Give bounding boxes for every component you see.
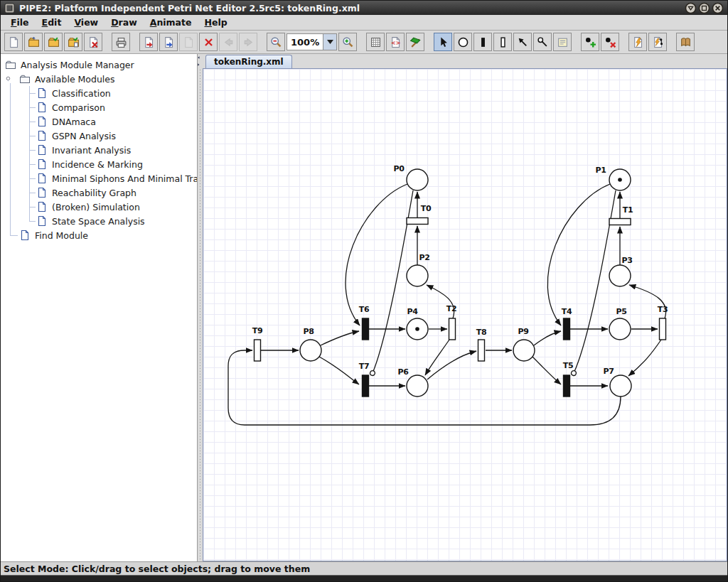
toolbar-button-import-file[interactable] <box>64 33 82 51</box>
toolbar-button-help[interactable] <box>676 33 695 51</box>
tree-module-broken-simulation[interactable]: (Broken) Simulation <box>1 200 197 214</box>
print-icon <box>115 36 127 48</box>
toolbar-button-add-token[interactable] <box>581 33 599 51</box>
timed-transition-icon <box>497 36 509 48</box>
toolbar-button-export-xml[interactable]: <> <box>386 33 405 51</box>
transition-T6[interactable] <box>363 318 369 340</box>
toolbar-button-drag-flag[interactable] <box>406 33 424 51</box>
place-P9[interactable] <box>513 340 535 361</box>
tree-find-module[interactable]: Find Module <box>1 228 197 242</box>
zoom-level-combo[interactable]: 100% <box>287 33 337 50</box>
toolbar-button-export-ps[interactable] <box>159 33 178 51</box>
label-P5: P5 <box>616 307 626 316</box>
folder-icon <box>5 59 16 70</box>
zoom-level-value[interactable]: 100% <box>287 33 323 50</box>
maximize-button[interactable] <box>698 2 710 14</box>
place-P0[interactable] <box>407 169 428 190</box>
tree-root[interactable]: Analysis Module Manager <box>1 58 197 72</box>
close-button[interactable] <box>712 2 724 14</box>
tree-module-label: Minimal Siphons And Minimal Traps <box>52 173 198 184</box>
toolbar-button-delete-token[interactable] <box>601 33 619 51</box>
place-P6[interactable] <box>407 375 428 397</box>
transition-T1[interactable] <box>609 219 631 225</box>
toolbar-button-zoom-out[interactable] <box>267 33 285 51</box>
collapse-right-icon[interactable] <box>198 63 203 69</box>
tree-module-classification[interactable]: Classification <box>1 86 197 100</box>
toolbar-button-close-file[interactable] <box>84 33 102 51</box>
menu-edit[interactable]: Edit <box>36 16 68 30</box>
place-P3[interactable] <box>609 265 631 286</box>
menu-help[interactable]: Help <box>198 16 234 30</box>
toolbar-button-delete[interactable] <box>199 33 218 51</box>
place-P2[interactable] <box>407 265 428 286</box>
canvas-panel: tokenRing.xml P0P1P2P3P4P5P6P7P8 <box>203 54 727 561</box>
menu-view[interactable]: View <box>68 16 105 30</box>
tab-label: tokenRing.xml <box>214 57 284 67</box>
tree-module-comparison[interactable]: Comparison <box>1 100 197 114</box>
transition-T5[interactable] <box>564 375 570 397</box>
toolbar-button-new-file[interactable] <box>4 33 23 51</box>
tree-module-incidence-marking[interactable]: Incidence & Marking <box>1 157 197 171</box>
arc-P9-T4[interactable] <box>534 331 561 345</box>
toolbar-button-print[interactable] <box>112 33 130 51</box>
place-P8[interactable] <box>300 340 321 361</box>
arc-P8-T6[interactable] <box>321 331 359 345</box>
export-tn-icon <box>183 36 195 48</box>
transition-T2[interactable] <box>449 318 456 340</box>
place-P5[interactable] <box>609 318 631 340</box>
arc-P0-T6[interactable] <box>346 184 407 325</box>
petri-net-canvas[interactable]: P0P1P2P3P4P5P6P7P8P9T0T1T2T3T4T5T6T7T8T9 <box>203 68 727 561</box>
collapse-left-icon[interactable] <box>198 55 203 62</box>
arc-P9-T5[interactable] <box>532 357 561 384</box>
toolbar-button-toggle-grid[interactable] <box>366 33 385 51</box>
arc-T2-P6[interactable] <box>425 340 449 375</box>
toolbar-button-arc[interactable] <box>513 33 532 51</box>
tree-module-gspn-analysis[interactable]: GSPN Analysis <box>1 129 197 143</box>
toolbar-button-immediate-transition[interactable] <box>473 33 492 51</box>
tree-module-label: GSPN Analysis <box>52 131 116 141</box>
zoom-dropdown-arrow-icon[interactable] <box>323 33 337 50</box>
menu-draw[interactable]: Draw <box>105 16 144 30</box>
tree-available-modules[interactable]: Available Modules <box>1 72 197 86</box>
toolbar-button-annotation[interactable] <box>553 33 572 51</box>
arc-P8-T7[interactable] <box>319 357 359 384</box>
zoom-in-icon <box>342 36 354 48</box>
menu-file[interactable]: File <box>4 16 36 30</box>
transition-T3[interactable] <box>660 318 666 340</box>
tree-module-minimal-siphons-and-minimal-traps[interactable]: Minimal Siphons And Minimal Traps <box>1 171 197 185</box>
transition-T0[interactable] <box>407 218 428 225</box>
arc-P1-T5-inhibitor[interactable] <box>574 190 616 373</box>
arc-P1-T4[interactable] <box>547 184 610 325</box>
label-P3: P3 <box>621 256 632 265</box>
tab-tokenring[interactable]: tokenRing.xml <box>205 55 292 68</box>
toolbar-button-select[interactable] <box>434 33 452 51</box>
toolbar-button-zoom-in[interactable] <box>338 33 357 51</box>
place-P7[interactable] <box>610 375 631 397</box>
toolbar-button-animation-mode[interactable] <box>628 33 647 51</box>
arc-T3-P7[interactable] <box>628 340 661 376</box>
toolbar-button-open-file[interactable] <box>24 33 43 51</box>
toolbar-button-open-example[interactable] <box>44 33 63 51</box>
transition-T8[interactable] <box>478 340 485 361</box>
toolbar-button-place[interactable] <box>454 33 472 51</box>
minimize-button[interactable] <box>685 2 697 14</box>
toolbar-button-animation-history[interactable] <box>648 33 667 51</box>
tree-root-label: Analysis Module Manager <box>21 60 134 70</box>
arc-P6-T8[interactable] <box>427 351 476 379</box>
expand-handle-icon[interactable] <box>6 75 14 86</box>
delete-icon <box>203 36 215 48</box>
place-icon <box>457 36 469 48</box>
toolbar-button-timed-transition[interactable] <box>493 33 512 51</box>
tree-module-invariant-analysis[interactable]: Invariant Analysis <box>1 143 197 157</box>
label-T4: T4 <box>562 307 572 316</box>
transition-T4[interactable] <box>564 318 570 340</box>
tree-module-dnamaca[interactable]: DNAmaca <box>1 114 197 129</box>
transition-T9[interactable] <box>255 340 261 361</box>
split-divider[interactable] <box>198 54 203 561</box>
transition-T7[interactable] <box>363 375 369 397</box>
toolbar-button-export-png[interactable] <box>139 33 158 51</box>
tree-module-state-space-analysis[interactable]: State Space Analysis <box>1 214 197 228</box>
toolbar-button-inhibitor-arc[interactable] <box>533 33 552 51</box>
tree-module-reachability-graph[interactable]: Reachability Graph <box>1 185 197 200</box>
menu-animate[interactable]: Animate <box>144 16 198 30</box>
